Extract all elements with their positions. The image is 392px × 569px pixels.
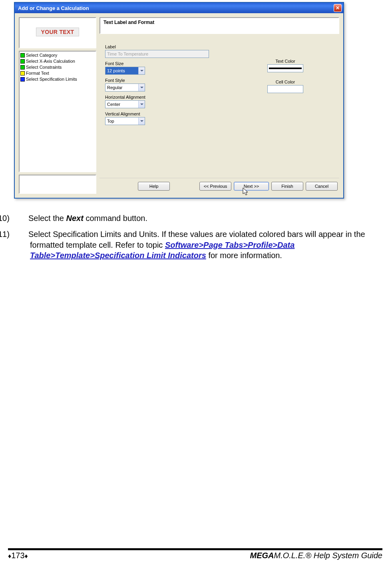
square-icon <box>20 71 25 76</box>
wizard-step[interactable]: Format Text <box>20 70 95 76</box>
cellcolor-caption: Cell Color <box>261 80 309 84</box>
step-10: 10)Select the Next command button. <box>14 213 378 223</box>
step-11: 11)Select Specification Limits and Units… <box>14 229 378 261</box>
finish-button[interactable]: Finish <box>271 182 303 191</box>
cancel-button[interactable]: Cancel <box>306 182 338 191</box>
close-icon[interactable]: ✕ <box>334 4 342 12</box>
dialog-window: Add or Change a Calculation ✕ YOUR TEXT … <box>14 2 344 199</box>
page-footer: ♦173♦ MEGAM.O.L.E.® Help System Guide <box>8 548 382 560</box>
square-icon <box>20 65 25 70</box>
valign-caption: Vertical Alignment <box>105 111 209 116</box>
halign-select[interactable]: Center <box>105 100 145 108</box>
button-row: Help << Previous Next >> Finish Cancel <box>99 178 339 194</box>
halign-caption: Horizontal Alignment <box>105 95 209 99</box>
label-caption: Label <box>105 44 209 49</box>
panel-blank <box>19 175 96 194</box>
preview-text: YOUR TEXT <box>36 28 79 36</box>
fontstyle-caption: Font Style <box>105 78 209 83</box>
square-icon <box>20 53 25 58</box>
chevron-down-icon <box>138 101 145 108</box>
wizard-step[interactable]: Select Category <box>20 52 95 58</box>
wizard-step-list: Select Category Select X-Axis Calculatio… <box>19 51 96 172</box>
label-input[interactable]: Time To Temperature <box>105 50 209 58</box>
wizard-step[interactable]: Select Specification Limits <box>20 76 95 82</box>
square-icon <box>20 59 25 64</box>
chevron-down-icon <box>138 84 145 91</box>
fontsize-caption: Font Size <box>105 61 209 66</box>
font-size-select[interactable]: 12 points <box>105 67 145 75</box>
guide-title: MEGAM.O.L.E.® Help System Guide <box>250 551 383 560</box>
textcolor-caption: Text Color <box>261 59 309 64</box>
valign-select[interactable]: Top <box>105 117 145 125</box>
chevron-down-icon <box>138 67 145 74</box>
font-style-select[interactable]: Regular <box>105 84 145 92</box>
cell-color-swatch[interactable] <box>267 85 303 93</box>
square-icon <box>20 77 25 82</box>
window-title: Add or Change a Calculation <box>18 5 89 11</box>
wizard-step[interactable]: Select X-Axis Calculation <box>20 58 95 64</box>
help-button[interactable]: Help <box>138 182 170 191</box>
next-button[interactable]: Next >> <box>234 182 269 191</box>
page-number: ♦173♦ <box>8 551 28 560</box>
text-color-swatch[interactable] <box>267 64 303 72</box>
titlebar: Add or Change a Calculation ✕ <box>15 3 343 13</box>
section-header: Text Label and Format <box>99 17 339 34</box>
document-text: 10)Select the Next command button. 11)Se… <box>14 213 378 261</box>
previous-button[interactable]: << Previous <box>199 182 231 191</box>
wizard-step[interactable]: Select Constraints <box>20 64 95 70</box>
preview-cell: YOUR TEXT <box>19 17 96 48</box>
chevron-down-icon <box>138 117 145 125</box>
